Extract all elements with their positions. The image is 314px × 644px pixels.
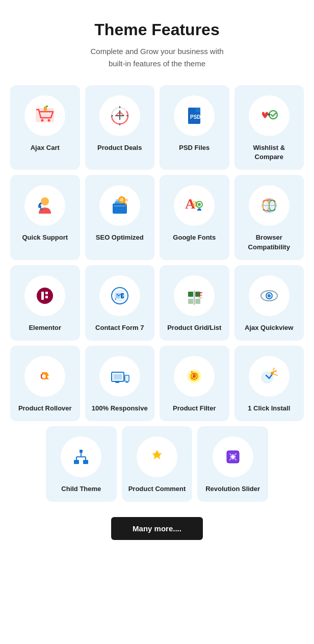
- product-comment-icon-circle: [137, 436, 177, 477]
- feature-product-deals: Product Deals: [85, 85, 155, 170]
- features-row-2: Quick Support SEO SEO Optimized: [10, 175, 304, 260]
- ajax-quickview-label: Ajax Quickview: [245, 323, 293, 332]
- svg-point-73: [193, 375, 196, 378]
- svg-rect-53: [198, 292, 202, 293]
- header-section: Theme Features Complete and Grow your bu…: [10, 20, 304, 70]
- feature-seo-optimized: SEO SEO Optimized: [85, 175, 155, 260]
- svg-point-60: [42, 374, 46, 378]
- features-row-3: Elementor 7 Contact Form 7: [10, 265, 304, 341]
- svg-rect-4: [46, 106, 48, 107]
- svg-rect-3: [44, 107, 47, 111]
- seo-optimized-label: SEO Optimized: [96, 233, 144, 242]
- browser-icon: [258, 194, 280, 217]
- svg-rect-25: [114, 205, 126, 207]
- feature-product-rollover: Product Rollover: [10, 346, 80, 421]
- svg-rect-42: [45, 292, 48, 294]
- many-more-button[interactable]: Many more....: [111, 517, 203, 540]
- svg-line-76: [274, 374, 277, 375]
- install-icon: [258, 365, 280, 388]
- svg-point-19: [41, 197, 49, 205]
- click-install-icon-circle: [249, 356, 290, 397]
- elementor-icon: [34, 285, 56, 307]
- google-fonts-label: Google Fonts: [173, 233, 216, 242]
- svg-rect-80: [74, 460, 79, 464]
- wishlist-compare-label: Wishlist & Compare: [240, 143, 299, 162]
- svg-rect-55: [198, 297, 202, 298]
- feature-google-fonts: A a Google Fonts: [160, 175, 229, 260]
- quickview-icon: [258, 285, 280, 307]
- svg-rect-54: [198, 295, 202, 296]
- child-icon: [70, 446, 92, 468]
- elementor-icon-circle: [24, 275, 65, 316]
- browser-compat-label: Browser Compatibility: [240, 233, 299, 251]
- feature-product-filter: Product Filter: [160, 346, 229, 421]
- svg-rect-41: [41, 292, 44, 300]
- feature-quick-support: Quick Support: [10, 175, 80, 260]
- svg-rect-15: [196, 108, 200, 112]
- svg-text:+: +: [267, 111, 271, 118]
- features-row-4: Product Rollover 100% Responsive: [10, 346, 304, 421]
- filter-icon: [183, 365, 205, 388]
- quick-support-label: Quick Support: [22, 233, 68, 242]
- psd-icon: PSD: [183, 105, 205, 127]
- feature-contact-form: 7 Contact Form 7: [85, 265, 155, 341]
- product-grid-label: Product Grid/List: [167, 323, 221, 332]
- contact-form-label: Contact Form 7: [95, 323, 144, 332]
- svg-rect-64: [125, 376, 128, 380]
- svg-rect-67: [114, 374, 122, 379]
- product-filter-icon-circle: [174, 356, 215, 397]
- svg-point-2: [48, 119, 50, 122]
- feature-product-grid: Product Grid/List: [160, 265, 229, 341]
- svg-line-77: [273, 368, 274, 370]
- svg-text:7: 7: [122, 294, 124, 298]
- product-filter-label: Product Filter: [173, 404, 216, 413]
- psd-files-label: PSD Files: [179, 143, 210, 152]
- feature-responsive: 100% Responsive: [85, 346, 155, 421]
- feature-click-install: 1 Click Install: [234, 346, 304, 421]
- svg-point-13: [119, 111, 120, 112]
- svg-text:PSD: PSD: [190, 114, 201, 120]
- wishlist-compare-icon-circle: +: [249, 95, 290, 136]
- feature-revolution-slider: Revolution Slider: [197, 426, 268, 502]
- browser-compat-icon-circle: [249, 185, 290, 226]
- feature-browser-compat: Browser Compatibility: [234, 175, 304, 260]
- deals-icon: [109, 105, 131, 127]
- features-row-5: Child Theme Product Comment: [10, 426, 304, 502]
- svg-rect-72: [193, 373, 195, 375]
- click-install-label: 1 Click Install: [248, 404, 290, 413]
- elementor-label: Elementor: [29, 323, 61, 332]
- page-title: Theme Features: [10, 20, 304, 39]
- svg-point-59: [270, 294, 271, 295]
- svg-rect-79: [80, 450, 83, 453]
- responsive-icon: [109, 365, 131, 388]
- wishlist-icon: +: [258, 105, 280, 127]
- svg-rect-51: [195, 299, 200, 304]
- feature-ajax-quickview: Ajax Quickview: [234, 265, 304, 341]
- cart-icon: [34, 105, 56, 127]
- child-theme-label: Child Theme: [61, 484, 101, 494]
- contactform-icon: 7: [109, 285, 131, 307]
- support-icon: [34, 194, 56, 217]
- svg-rect-70: [191, 371, 193, 373]
- svg-rect-43: [45, 296, 48, 298]
- svg-rect-22: [113, 203, 127, 214]
- contact-form-icon-circle: 7: [99, 275, 140, 316]
- product-rollover-icon-circle: [24, 356, 65, 397]
- revolution-slider-icon-circle: [213, 436, 253, 477]
- feature-psd-files: PSD PSD Files: [160, 85, 229, 170]
- revolution-slider-label: Revolution Slider: [205, 484, 260, 494]
- gridlist-icon: [183, 285, 205, 307]
- feature-wishlist-compare: + Wishlist & Compare: [234, 85, 304, 170]
- svg-rect-50: [188, 299, 193, 304]
- feature-product-comment: Product Comment: [122, 426, 193, 502]
- product-rollover-label: Product Rollover: [18, 404, 72, 413]
- seo-optimized-icon-circle: SEO: [99, 185, 140, 226]
- revolution-icon: [222, 446, 244, 468]
- page-wrapper: Theme Features Complete and Grow your bu…: [0, 0, 314, 560]
- feature-ajax-cart: Ajax Cart: [10, 85, 80, 170]
- google-fonts-icon-circle: A a: [174, 185, 215, 226]
- svg-rect-81: [83, 460, 88, 464]
- rollover-icon: [34, 365, 56, 388]
- svg-point-33: [198, 203, 201, 206]
- product-comment-label: Product Comment: [128, 484, 186, 494]
